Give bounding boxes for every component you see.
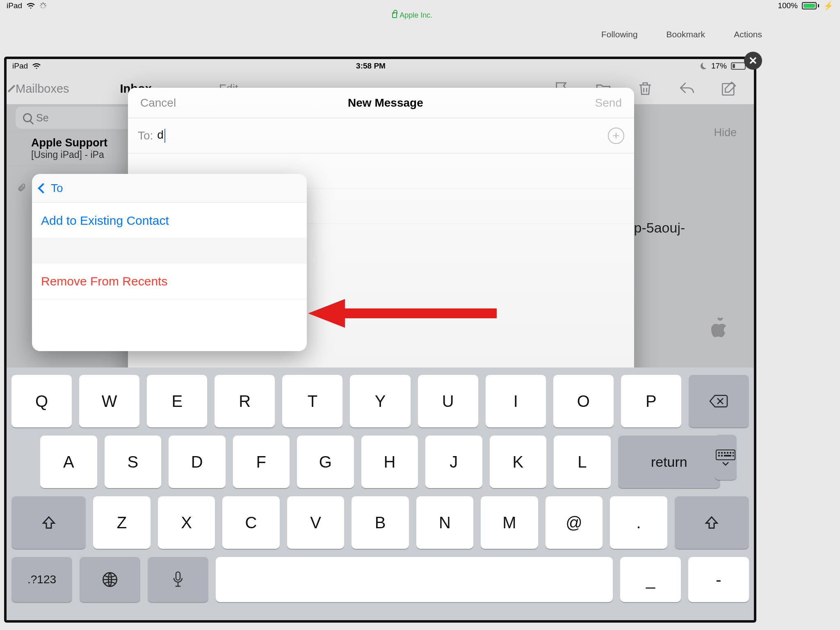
secure-host: Apple Inc.	[392, 11, 432, 19]
charging-icon: ⚡	[823, 1, 833, 11]
key-b[interactable]: B	[352, 496, 409, 549]
key-dictation[interactable]	[148, 557, 208, 602]
trash-icon[interactable]	[637, 80, 654, 97]
key-space[interactable]	[216, 557, 613, 602]
text-caret	[164, 129, 165, 143]
key-u[interactable]: U	[418, 375, 478, 427]
add-contact-button[interactable]: +	[608, 128, 624, 144]
key-y[interactable]: Y	[350, 375, 410, 427]
svg-rect-20	[721, 455, 723, 457]
onscreen-keyboard: Q W E R T Y U I O P A S D F G H J K L re…	[7, 368, 754, 620]
key-v[interactable]: V	[287, 496, 344, 549]
outer-battery-pct: 100%	[778, 1, 798, 10]
key-r[interactable]: R	[215, 375, 275, 427]
key-f[interactable]: F	[233, 436, 290, 488]
compose-to-row[interactable]: To: d +	[128, 118, 634, 153]
keyboard-row-3: Z X C V B N M @ .	[11, 496, 749, 549]
tab-following[interactable]: Following	[601, 30, 638, 39]
svg-rect-17	[730, 452, 731, 454]
key-shift-right[interactable]	[675, 496, 749, 549]
key-hide-keyboard[interactable]	[714, 435, 737, 480]
back-label[interactable]: Mailboxes	[16, 82, 69, 96]
key-l[interactable]: L	[554, 436, 611, 488]
key-g[interactable]: G	[297, 436, 354, 488]
key-o[interactable]: O	[553, 375, 614, 427]
contact-popover: To Add to Existing Contact Remove From R…	[32, 174, 307, 351]
key-period[interactable]: .	[610, 496, 667, 549]
compose-icon[interactable]	[720, 80, 737, 97]
svg-line-6	[41, 7, 42, 8]
outer-status-bar: iPad 4:56 PM Apple Inc. 100% ⚡	[0, 0, 840, 11]
key-e[interactable]: E	[147, 375, 207, 427]
key-m[interactable]: M	[481, 496, 538, 549]
key-k[interactable]: K	[490, 436, 547, 488]
key-t[interactable]: T	[282, 375, 342, 427]
svg-rect-21	[724, 455, 731, 457]
compose-title: New Message	[348, 96, 423, 110]
compose-cancel-button[interactable]: Cancel	[140, 96, 176, 110]
search-placeholder: Se	[36, 112, 49, 124]
key-backspace[interactable]	[689, 375, 749, 427]
hide-keyboard-icon	[714, 448, 737, 466]
battery-icon	[802, 2, 819, 9]
inner-status-bar: iPad 3:58 PM 17%	[7, 59, 754, 73]
key-p[interactable]: P	[621, 375, 681, 427]
svg-rect-22	[733, 455, 734, 457]
to-field-value[interactable]: d	[157, 128, 165, 143]
svg-line-7	[44, 4, 45, 5]
key-underscore[interactable]: _	[620, 557, 681, 602]
key-return[interactable]: return	[618, 436, 720, 488]
key-a[interactable]: A	[40, 436, 97, 488]
key-i[interactable]: I	[486, 375, 546, 427]
inner-device-label: iPad	[12, 62, 28, 71]
hide-button[interactable]: Hide	[714, 126, 737, 139]
back-icon[interactable]	[8, 85, 15, 92]
svg-rect-19	[718, 455, 720, 457]
outer-device-label: iPad	[7, 1, 22, 10]
key-c[interactable]: C	[222, 496, 279, 549]
globe-icon	[102, 571, 118, 588]
remove-from-recents-button[interactable]: Remove From Recents	[32, 263, 307, 299]
add-to-existing-contact-button[interactable]: Add to Existing Contact	[32, 203, 307, 239]
reply-icon[interactable]	[678, 80, 696, 97]
popover-separator	[32, 239, 307, 263]
to-label: To:	[138, 129, 153, 142]
key-hyphen[interactable]: -	[688, 557, 749, 602]
popover-back-button[interactable]: To	[32, 174, 307, 203]
tab-bookmark[interactable]: Bookmark	[667, 30, 705, 39]
key-at[interactable]: @	[546, 496, 603, 549]
keyboard-row-2: A S D F G H J K L return	[11, 436, 749, 488]
key-d[interactable]: D	[169, 436, 226, 488]
do-not-disturb-icon	[701, 63, 707, 69]
key-numbers[interactable]: .?123	[11, 557, 72, 602]
svg-rect-14	[721, 452, 723, 454]
key-globe[interactable]	[80, 557, 140, 602]
popover-back-label: To	[51, 182, 63, 195]
key-n[interactable]: N	[416, 496, 473, 549]
compose-send-button[interactable]: Send	[595, 96, 622, 110]
search-icon	[23, 113, 32, 122]
embedded-screenshot: iPad 3:58 PM 17% Mailboxes Inbox Edit Hi…	[4, 57, 756, 623]
keyboard-row-4: .?123 _ -	[11, 557, 749, 602]
page-tabs: Following Bookmark Actions	[601, 30, 762, 39]
svg-rect-16	[727, 452, 728, 454]
svg-rect-11	[176, 572, 180, 580]
key-w[interactable]: W	[79, 375, 139, 427]
outer-time: 4:56 PM	[397, 0, 427, 1]
svg-line-4	[41, 4, 42, 5]
wifi-icon	[32, 62, 41, 70]
inner-battery-pct: 17%	[711, 62, 727, 71]
tab-actions[interactable]: Actions	[734, 30, 762, 39]
key-s[interactable]: S	[105, 436, 162, 488]
attachment-icon	[17, 183, 26, 192]
key-shift-left[interactable]	[11, 496, 86, 549]
key-q[interactable]: Q	[11, 375, 72, 427]
key-j[interactable]: J	[425, 436, 482, 488]
key-z[interactable]: Z	[93, 496, 150, 549]
key-h[interactable]: H	[361, 436, 418, 488]
close-lightbox-button[interactable]: ✕	[744, 52, 762, 70]
svg-rect-15	[724, 452, 726, 454]
svg-rect-13	[718, 452, 720, 454]
secure-host-label: Apple Inc.	[399, 11, 432, 19]
key-x[interactable]: X	[158, 496, 215, 549]
